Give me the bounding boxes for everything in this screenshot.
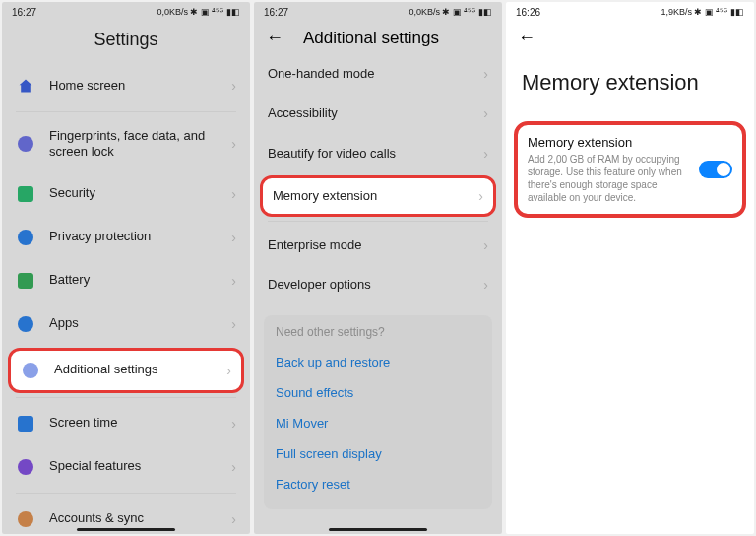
account-icon <box>16 509 35 529</box>
status-indicators: 0,0KB/s ✱ ▣ ⁴⁵ᴳ ▮◧ <box>157 7 240 17</box>
divider <box>268 221 488 222</box>
link-backup[interactable]: Back up and restore <box>276 347 480 377</box>
row-enterprise[interactable]: Enterprise mode › <box>254 226 502 265</box>
card-title: Memory extension <box>528 135 691 150</box>
status-bar: 16:27 0,0KB/s ✱ ▣ ⁴⁵ᴳ ▮◧ <box>2 2 250 22</box>
card-desc: Add 2,00 GB of RAM by occupying storage.… <box>528 153 691 204</box>
page-title: Memory extension <box>506 54 754 115</box>
divider <box>16 493 236 494</box>
divider <box>16 111 236 112</box>
row-label: Accessibility <box>268 105 483 121</box>
row-label: Screen time <box>49 415 231 431</box>
chevron-right-icon: › <box>483 237 488 253</box>
row-screen-time[interactable]: Screen time › <box>2 402 250 445</box>
chevron-right-icon: › <box>226 363 231 378</box>
chevron-right-icon: › <box>231 186 236 202</box>
row-label: Beautify for video calls <box>268 146 483 162</box>
status-indicators: 0,0KB/s ✱ ▣ ⁴⁵ᴳ ▮◧ <box>409 7 492 17</box>
divider <box>16 397 236 398</box>
link-mi-mover[interactable]: Mi Mover <box>276 408 480 438</box>
chevron-right-icon: › <box>231 273 236 289</box>
link-factory-reset[interactable]: Factory reset <box>276 469 480 500</box>
card-hint: Need other settings? <box>276 325 480 339</box>
row-label: Additional settings <box>54 362 226 377</box>
row-memory-extension-highlight: Memory extension › <box>260 175 496 217</box>
home-indicator[interactable] <box>329 528 427 531</box>
memory-extension-text: Memory extension Add 2,00 GB of RAM by o… <box>528 135 691 204</box>
link-fullscreen[interactable]: Full screen display <box>276 438 480 469</box>
row-label: Enterprise mode <box>268 237 483 253</box>
back-icon[interactable]: ← <box>266 28 289 48</box>
status-time: 16:27 <box>264 7 288 18</box>
row-beautify[interactable]: Beautify for video calls › <box>254 134 502 173</box>
row-special-features[interactable]: Special features › <box>2 445 250 489</box>
header: ← <box>506 22 754 54</box>
header: ← Additional settings <box>254 22 502 48</box>
row-label: Apps <box>49 315 231 331</box>
row-security[interactable]: Security › <box>2 172 250 216</box>
row-label: Security <box>49 185 231 201</box>
page-title: Additional settings <box>303 29 439 48</box>
chevron-right-icon: › <box>231 316 236 332</box>
row-fingerprints[interactable]: Fingerprints, face data, and screen lock… <box>2 116 250 172</box>
other-settings-card: Need other settings? Back up and restore… <box>264 315 492 509</box>
privacy-icon <box>16 228 35 247</box>
row-battery[interactable]: Battery › <box>2 259 250 302</box>
row-privacy[interactable]: Privacy protection › <box>2 216 250 259</box>
status-indicators: 1,9KB/s ✱ ▣ ⁴⁵ᴳ ▮◧ <box>661 7 744 17</box>
chevron-right-icon: › <box>231 459 236 475</box>
chevron-right-icon: › <box>483 105 488 121</box>
row-label: Developer options <box>268 277 483 293</box>
chevron-right-icon: › <box>231 78 236 94</box>
chevron-right-icon: › <box>231 511 236 527</box>
row-accessibility[interactable]: Accessibility › <box>254 94 502 133</box>
row-label: Home screen <box>49 78 231 94</box>
shield-icon <box>16 184 35 204</box>
memory-extension-toggle[interactable] <box>699 161 732 178</box>
settings-icon <box>21 361 40 380</box>
page-title: Settings <box>2 30 250 50</box>
header: Settings <box>2 22 250 64</box>
chevron-right-icon: › <box>231 416 236 432</box>
chevron-right-icon: › <box>483 66 488 82</box>
row-label: Fingerprints, face data, and screen lock <box>49 128 231 161</box>
status-time: 16:27 <box>12 7 36 18</box>
row-home-screen[interactable]: Home screen › <box>2 64 250 107</box>
row-apps[interactable]: Apps › <box>2 302 250 346</box>
chevron-right-icon: › <box>483 277 488 293</box>
row-memory-extension[interactable]: Memory extension › <box>263 178 493 214</box>
status-time: 16:26 <box>516 7 540 18</box>
home-indicator[interactable] <box>77 528 175 531</box>
chevron-right-icon: › <box>231 136 236 152</box>
memory-extension-card-highlight: Memory extension Add 2,00 GB of RAM by o… <box>514 121 746 218</box>
special-features-icon <box>16 457 35 477</box>
home-icon <box>16 76 35 96</box>
screen-time-icon <box>16 414 35 434</box>
apps-icon <box>16 314 35 334</box>
battery-icon <box>16 271 35 291</box>
row-one-handed[interactable]: One-handed mode › <box>254 48 502 94</box>
fingerprint-icon <box>16 134 35 154</box>
row-additional-settings[interactable]: Additional settings › <box>11 351 241 390</box>
row-additional-settings-highlight: Additional settings › <box>8 348 244 393</box>
row-label: Battery <box>49 272 231 288</box>
status-bar: 16:26 1,9KB/s ✱ ▣ ⁴⁵ᴳ ▮◧ <box>506 2 754 22</box>
row-label: Privacy protection <box>49 229 231 244</box>
link-sound[interactable]: Sound effects <box>276 377 480 408</box>
row-label: Memory extension <box>273 188 478 204</box>
row-label: One-handed mode <box>268 66 483 82</box>
memory-extension-screen: 16:26 1,9KB/s ✱ ▣ ⁴⁵ᴳ ▮◧ ← Memory extens… <box>506 2 754 534</box>
row-label: Special features <box>49 458 231 474</box>
status-bar: 16:27 0,0KB/s ✱ ▣ ⁴⁵ᴳ ▮◧ <box>254 2 502 22</box>
chevron-right-icon: › <box>231 230 236 245</box>
row-developer[interactable]: Developer options › <box>254 265 502 304</box>
settings-screen: 16:27 0,0KB/s ✱ ▣ ⁴⁵ᴳ ▮◧ Settings Home s… <box>2 2 250 534</box>
row-label: Accounts & sync <box>49 510 231 526</box>
back-icon[interactable]: ← <box>518 28 541 48</box>
chevron-right-icon: › <box>483 146 488 162</box>
additional-settings-screen: 16:27 0,0KB/s ✱ ▣ ⁴⁵ᴳ ▮◧ ← Additional se… <box>254 2 502 534</box>
chevron-right-icon: › <box>478 188 483 204</box>
